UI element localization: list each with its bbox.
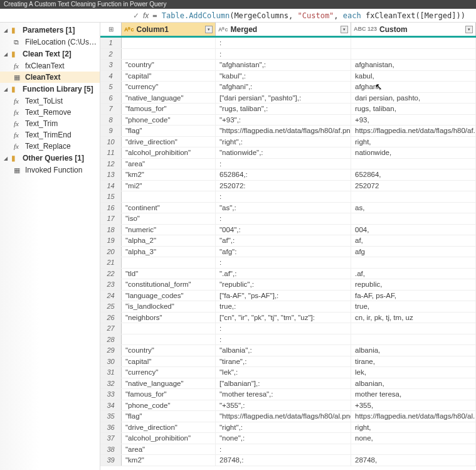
column-header-merged[interactable]: Aᴮc Merged ▾ — [216, 23, 351, 36]
cell[interactable]: "none",: — [216, 433, 351, 444]
datatype-icon[interactable]: Aᴮc — [124, 26, 134, 33]
cell[interactable]: af, — [351, 235, 476, 246]
table-row[interactable]: 19 "alpha_2""af",:af, — [100, 235, 476, 247]
table-row[interactable]: 15: — [100, 191, 476, 203]
table-row[interactable]: 14 "mi2"252072:252072 — [100, 181, 476, 192]
cell[interactable] — [122, 323, 216, 334]
table-row[interactable]: 22"tld"".af",:.af, — [100, 269, 476, 280]
cell[interactable]: right, — [351, 422, 476, 433]
row-number[interactable]: 39 — [100, 455, 122, 466]
tree-group-header[interactable]: ◢▮Function Library [5] — [0, 83, 100, 95]
cell[interactable]: "afg": — [216, 247, 351, 257]
cell[interactable] — [351, 159, 476, 169]
row-number[interactable]: 12 — [100, 159, 122, 169]
cell[interactable] — [351, 334, 476, 345]
cell[interactable]: "+355",: — [216, 400, 351, 411]
table-row[interactable]: 5"currency""afghani",:afghani, — [100, 82, 476, 93]
cell[interactable]: dari persian, pashto, — [351, 93, 476, 104]
cell[interactable]: "alcohol_prohibition" — [122, 433, 216, 444]
cell[interactable]: "alpha_3" — [122, 247, 216, 257]
cell[interactable]: albanian, — [351, 378, 476, 389]
tree-group-header[interactable]: ◢▮Parameters [1] — [0, 24, 100, 36]
fx-icon[interactable]: fx — [143, 11, 149, 20]
row-number[interactable]: 5 — [100, 82, 122, 92]
cell[interactable] — [351, 323, 476, 334]
collapse-icon[interactable]: ◢ — [3, 28, 9, 33]
column-header-column1[interactable]: Aᴮc Column1 ▾ — [122, 23, 216, 36]
cell[interactable]: ["fa-AF", "ps-AF"],: — [216, 291, 351, 301]
cell[interactable]: "alpha_2" — [122, 235, 216, 246]
tree-item[interactable]: ▦Invoked Function — [0, 164, 100, 176]
cell[interactable]: "iso" — [122, 213, 216, 224]
row-number[interactable]: 10 — [100, 137, 122, 147]
cell[interactable]: "famous_for" — [122, 104, 216, 114]
row-number[interactable]: 31 — [100, 367, 122, 378]
cell[interactable]: "numeric" — [122, 225, 216, 235]
cell[interactable]: "nationwide",: — [216, 147, 351, 158]
row-number[interactable]: 28 — [100, 334, 122, 345]
select-all-corner[interactable]: ⊞ — [100, 23, 122, 36]
cell[interactable]: : — [216, 444, 351, 455]
cell[interactable]: none, — [351, 433, 476, 444]
cell[interactable]: "004",: — [216, 225, 351, 235]
cell[interactable]: afghanistan, — [351, 60, 476, 70]
row-number[interactable]: 14 — [100, 181, 122, 191]
cell[interactable]: "kabul",: — [216, 71, 351, 82]
cell[interactable] — [122, 257, 216, 268]
table-row[interactable]: 3"country""afghanistan",:afghanistan, — [100, 60, 476, 71]
tree-group-header[interactable]: ◢▮Clean Text [2] — [0, 48, 100, 60]
table-row[interactable]: 24"language_codes"["fa-AF", "ps-AF"],:fa… — [100, 291, 476, 302]
table-row[interactable]: 39 "km2"28748,:28748, — [100, 455, 476, 466]
cell[interactable]: lek, — [351, 367, 476, 378]
cell[interactable]: : — [216, 38, 351, 48]
cell[interactable]: 252072 — [351, 181, 476, 191]
column-filter-icon[interactable]: ▾ — [465, 26, 473, 33]
cell[interactable]: nationwide, — [351, 147, 476, 158]
formula-commit-icon[interactable]: ✓ — [133, 11, 139, 20]
tree-item[interactable]: fxText_Remove — [0, 107, 100, 118]
cell[interactable]: "capital" — [122, 71, 216, 82]
cell[interactable]: "alcohol_prohibition" — [122, 147, 216, 158]
grid-body[interactable]: 1:2:3"country""afghanistan",:afghanistan… — [100, 38, 476, 470]
cell[interactable]: "country" — [122, 345, 216, 356]
cell[interactable]: albania, — [351, 345, 476, 356]
cell[interactable]: "km2" — [122, 455, 216, 466]
cell[interactable]: https://flagpedia.net/data/flags/h80/af.… — [351, 126, 476, 136]
row-number[interactable]: 1 — [100, 38, 122, 48]
cell[interactable]: "currency" — [122, 367, 216, 378]
cell[interactable]: "mi2" — [122, 181, 216, 191]
cell[interactable] — [351, 257, 476, 268]
cell[interactable] — [122, 191, 216, 202]
table-row[interactable]: 7"famous_for""rugs, taliban",:rugs, tali… — [100, 104, 476, 115]
cell[interactable]: afg — [351, 247, 476, 257]
cell[interactable] — [351, 49, 476, 60]
row-number[interactable]: 23 — [100, 279, 122, 290]
cell[interactable]: "phone_code" — [122, 400, 216, 411]
row-number[interactable]: 37 — [100, 433, 122, 444]
cell[interactable]: : — [216, 323, 351, 334]
cell[interactable]: "https://flagpedia.net/data/flags/h80/al… — [216, 411, 351, 422]
row-number[interactable]: 20 — [100, 247, 122, 257]
cell[interactable]: true,: — [216, 301, 351, 312]
cell[interactable]: "flag" — [122, 126, 216, 136]
cell[interactable]: "+93",: — [216, 115, 351, 126]
row-number[interactable]: 35 — [100, 411, 122, 422]
cell[interactable]: "phone_code" — [122, 115, 216, 126]
cell[interactable]: "neighbors" — [122, 312, 216, 323]
cell[interactable]: "drive_direction" — [122, 137, 216, 147]
cell[interactable] — [122, 334, 216, 345]
tree-item[interactable]: fxText_Replace — [0, 141, 100, 152]
table-row[interactable]: 16"continent""as",:as, — [100, 203, 476, 214]
cell[interactable]: "native_language" — [122, 93, 216, 104]
column-header-custom[interactable]: ABC 123 Custom ▾ — [351, 23, 476, 36]
tree-item[interactable]: fxText_TrimEnd — [0, 129, 100, 141]
cell[interactable]: 652864, — [351, 169, 476, 180]
cell[interactable]: : — [216, 159, 351, 169]
row-number[interactable]: 6 — [100, 93, 122, 104]
row-number[interactable]: 18 — [100, 225, 122, 235]
row-number[interactable]: 27 — [100, 323, 122, 334]
cell[interactable]: as, — [351, 203, 476, 213]
cell[interactable]: : — [216, 257, 351, 268]
row-number[interactable]: 25 — [100, 301, 122, 312]
cell[interactable]: : — [216, 213, 351, 224]
